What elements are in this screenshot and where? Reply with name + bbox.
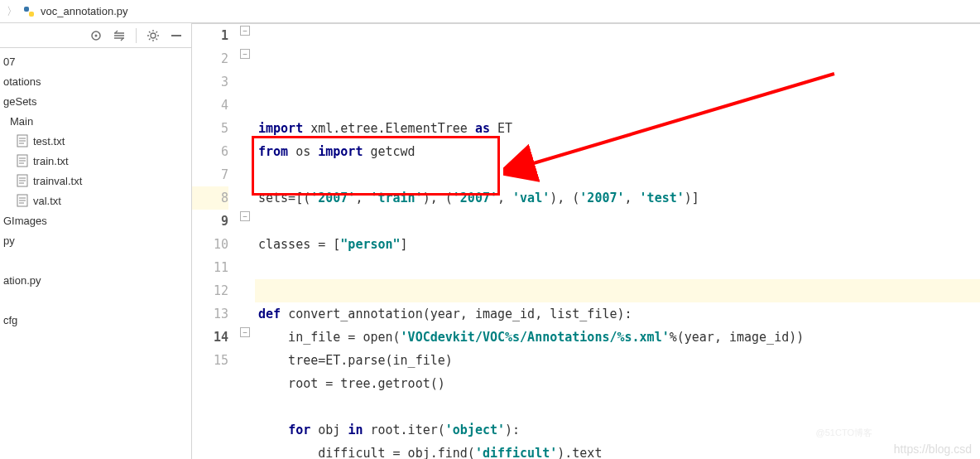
code-line[interactable]: sets=[('2007', 'train'), ('2007', 'val')… — [255, 186, 980, 210]
svg-point-4 — [151, 33, 156, 38]
line-number: 7 — [192, 163, 228, 186]
hide-icon[interactable] — [170, 29, 183, 42]
sidebar-toolbar — [0, 23, 191, 48]
fold-marker-icon[interactable]: − — [240, 49, 250, 59]
tree-item[interactable]: test.txt — [0, 131, 191, 151]
svg-rect-0 — [24, 7, 29, 12]
tree-item-label: ation.py — [3, 274, 41, 287]
line-number: 12 — [192, 279, 228, 302]
tree-item[interactable]: py — [0, 230, 191, 250]
code-line[interactable]: tree=ET.parse(in_file) — [255, 349, 980, 372]
code-editor[interactable]: 123456789101112131415 −−−− import xml.et… — [192, 24, 980, 459]
tree-item[interactable]: val.txt — [0, 191, 191, 210]
code-line[interactable] — [255, 279, 980, 302]
tree-item[interactable]: cfg — [0, 310, 191, 330]
line-number: 5 — [192, 117, 228, 140]
code-line[interactable]: classes = ["person"] — [255, 233, 980, 256]
code-line[interactable]: difficult = obj.find('difficult').text — [255, 442, 980, 459]
line-number: 10 — [192, 233, 228, 256]
fold-marker-icon[interactable]: − — [240, 211, 250, 221]
tree-item-label: cfg — [3, 314, 17, 326]
line-number: 4 — [192, 94, 228, 117]
code-content[interactable]: import xml.etree.ElementTree as ETfrom o… — [255, 24, 980, 459]
line-number: 6 — [192, 140, 228, 163]
tree-item-label: trainval.txt — [33, 175, 82, 187]
svg-rect-5 — [171, 35, 181, 36]
line-number: 2 — [192, 47, 228, 70]
tree-item-label: Main — [10, 115, 33, 128]
tree-item-label: 07 — [3, 56, 15, 68]
svg-point-3 — [95, 34, 98, 36]
python-file-icon — [22, 5, 36, 18]
line-gutter: 123456789101112131415 — [192, 24, 240, 459]
gear-icon[interactable] — [147, 29, 160, 42]
code-line[interactable] — [255, 395, 980, 418]
line-number: 3 — [192, 70, 228, 94]
code-line[interactable]: root = tree.getroot() — [255, 372, 980, 395]
tree-item[interactable]: GImages — [0, 210, 191, 230]
code-line[interactable] — [255, 163, 980, 186]
tree-item-label: test.txt — [33, 135, 65, 147]
line-number: 8 — [192, 186, 228, 210]
file-tree: 07otationsgeSetsMaintest.txttrain.txttra… — [0, 48, 191, 333]
tree-item-label: py — [3, 234, 15, 247]
editor-area: MDREADME.md×yolo.py×yolostart.py×voc.py×… — [192, 23, 980, 459]
fold-marker-icon[interactable]: − — [240, 26, 250, 36]
tree-item[interactable]: 07 — [0, 51, 191, 71]
line-number: 13 — [192, 302, 228, 326]
text-file-icon — [17, 154, 30, 167]
tree-item[interactable]: otations — [0, 71, 191, 91]
tree-item-label: val.txt — [33, 195, 61, 207]
tree-item-label: GImages — [3, 215, 47, 227]
svg-rect-1 — [29, 12, 34, 17]
chevron-right-icon: 〉 — [7, 4, 17, 19]
tree-item[interactable]: train.txt — [0, 151, 191, 171]
project-sidebar: 07otationsgeSetsMaintest.txttrain.txttra… — [0, 23, 192, 459]
code-line[interactable]: import xml.etree.ElementTree as ET — [255, 117, 980, 140]
line-number: 9 — [192, 210, 228, 233]
line-number: 11 — [192, 256, 228, 279]
watermark-secondary: @51CTO博客 — [816, 427, 872, 439]
code-line[interactable] — [255, 256, 980, 279]
code-line[interactable] — [255, 210, 980, 233]
collapse-icon[interactable] — [113, 29, 126, 42]
code-line[interactable]: in_file = open('VOCdevkit/VOC%s/Annotati… — [255, 326, 980, 349]
breadcrumb-file[interactable]: voc_annotation.py — [41, 5, 128, 17]
tree-item[interactable]: geSets — [0, 91, 191, 111]
toolbar-divider — [136, 28, 137, 43]
line-number: 14 — [192, 326, 228, 349]
fold-marker-icon[interactable]: − — [240, 327, 250, 337]
watermark: https://blog.csd — [894, 442, 972, 456]
tree-item[interactable]: ation.py — [0, 270, 191, 290]
text-file-icon — [17, 134, 30, 147]
code-line[interactable]: from os import getcwd — [255, 140, 980, 163]
line-number: 1 — [192, 24, 228, 47]
tree-item-label: otations — [3, 75, 41, 88]
line-number: 15 — [192, 349, 228, 372]
text-file-icon — [17, 194, 30, 207]
tree-item-label: geSets — [3, 95, 36, 108]
code-line[interactable]: def convert_annotation(year, image_id, l… — [255, 302, 980, 326]
fold-strip: −−−− — [240, 24, 255, 459]
tree-item[interactable] — [0, 250, 191, 270]
target-icon[interactable] — [89, 29, 103, 42]
breadcrumb: 〉 voc_annotation.py — [0, 0, 980, 23]
tree-item[interactable]: Main — [0, 111, 191, 131]
tree-item-label: train.txt — [33, 155, 69, 167]
tree-item[interactable] — [0, 290, 191, 310]
text-file-icon — [17, 174, 30, 187]
tree-item[interactable]: trainval.txt — [0, 171, 191, 191]
